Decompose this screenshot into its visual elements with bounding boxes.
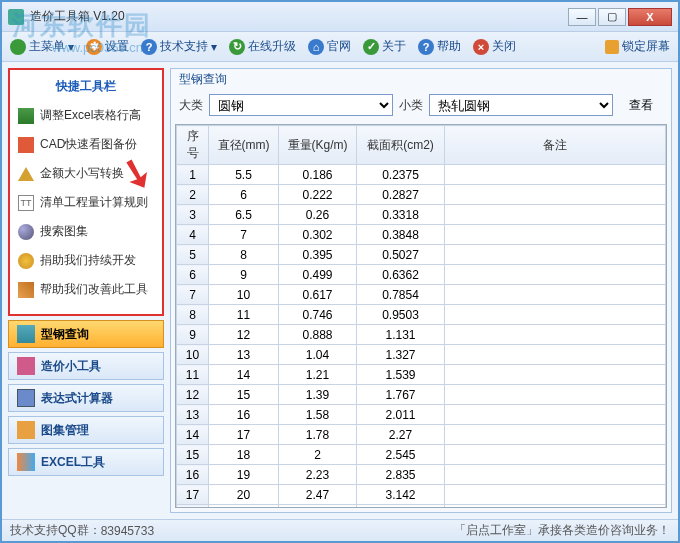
table-cell: 0.888 <box>279 325 357 345</box>
table-cell: 0.617 <box>279 285 357 305</box>
about-icon: ✓ <box>363 39 379 55</box>
table-cell: 2.27 <box>357 425 445 445</box>
table-row[interactable]: 10131.041.327 <box>177 345 666 365</box>
table-cell: 18 <box>177 505 209 509</box>
quick-item-feedback[interactable]: 帮助我们改善此工具 <box>14 275 158 304</box>
table-cell: 0.302 <box>279 225 357 245</box>
table-cell: 1.327 <box>357 345 445 365</box>
quick-item-quantity-rule[interactable]: TT清单工程量计算规则 <box>14 188 158 217</box>
table-row[interactable]: 8110.7460.9503 <box>177 305 666 325</box>
quick-item-excel-row-height[interactable]: 调整Excel表格行高 <box>14 101 158 130</box>
toolbar-help[interactable]: ?帮助 <box>418 38 461 55</box>
table-cell: 13 <box>177 405 209 425</box>
toolbar-update[interactable]: ↻在线升级 <box>229 38 296 55</box>
nav-excel-tools[interactable]: EXCEL工具 <box>8 448 164 476</box>
table-cell: 0.9503 <box>357 305 445 325</box>
table-cell <box>445 505 666 509</box>
column-header[interactable]: 序号 <box>177 126 209 165</box>
view-button[interactable]: 查看 <box>619 95 663 116</box>
table-cell: 1.04 <box>279 345 357 365</box>
table-cell: 7 <box>177 285 209 305</box>
table-cell: 5.5 <box>209 165 279 185</box>
table-row[interactable]: 36.50.260.3318 <box>177 205 666 225</box>
column-header[interactable]: 备注 <box>445 126 666 165</box>
table-cell: 10 <box>177 345 209 365</box>
quick-item-amount-convert[interactable]: 金额大小写转换 <box>14 159 158 188</box>
column-header[interactable]: 截面积(cm2) <box>357 126 445 165</box>
table-row[interactable]: 260.2220.2827 <box>177 185 666 205</box>
table-cell <box>445 185 666 205</box>
triangle-icon <box>18 167 34 181</box>
table-cell <box>445 485 666 505</box>
table-cell <box>445 445 666 465</box>
table-cell: 0.746 <box>279 305 357 325</box>
quick-item-search-atlas[interactable]: 搜索图集 <box>14 217 158 246</box>
table-row[interactable]: 12151.391.767 <box>177 385 666 405</box>
quick-item-donate[interactable]: 捐助我们持续开发 <box>14 246 158 275</box>
table-cell: 19 <box>209 465 279 485</box>
table-cell: 2.545 <box>357 445 445 465</box>
small-category-select[interactable]: 热轧圆钢 <box>429 94 613 116</box>
table-cell: 15 <box>177 445 209 465</box>
table-row[interactable]: 16192.232.835 <box>177 465 666 485</box>
table-cell: 2.47 <box>279 485 357 505</box>
table-row[interactable]: 151822.545 <box>177 445 666 465</box>
table-cell: 3 <box>177 205 209 225</box>
table-row[interactable]: 9120.8881.131 <box>177 325 666 345</box>
table-cell <box>445 285 666 305</box>
excel-icon <box>18 108 34 124</box>
table-row[interactable]: 14171.782.27 <box>177 425 666 445</box>
nav-expression-calc[interactable]: 表达式计算器 <box>8 384 164 412</box>
nav-cost-tools[interactable]: 造价小工具 <box>8 352 164 380</box>
quick-item-cad-backup[interactable]: CAD快速看图备份 <box>14 130 158 159</box>
table-row[interactable]: 7100.6170.7854 <box>177 285 666 305</box>
toolbar-settings[interactable]: ✱设置 <box>86 38 129 55</box>
table-cell: 11 <box>177 365 209 385</box>
toolbar-about[interactable]: ✓关于 <box>363 38 406 55</box>
table-cell: 6.5 <box>209 205 279 225</box>
table-cell: 1.58 <box>279 405 357 425</box>
medal-icon <box>18 253 34 269</box>
table-row[interactable]: 13161.582.011 <box>177 405 666 425</box>
status-qq-label: 技术支持QQ群： <box>10 522 101 539</box>
steel-table-container[interactable]: 序号直径(mm)重量(Kg/m)截面积(cm2)备注 15.50.1860.23… <box>175 124 667 508</box>
table-row[interactable]: 15.50.1860.2375 <box>177 165 666 185</box>
table-cell: 12 <box>177 385 209 405</box>
table-cell: 0.3848 <box>357 225 445 245</box>
table-row[interactable]: 580.3950.5027 <box>177 245 666 265</box>
column-header[interactable]: 重量(Kg/m) <box>279 126 357 165</box>
table-cell: 2 <box>279 445 357 465</box>
table-cell: 0.499 <box>279 265 357 285</box>
table-row[interactable]: 690.4990.6362 <box>177 265 666 285</box>
table-cell: 6 <box>209 185 279 205</box>
maximize-button[interactable]: ▢ <box>598 8 626 26</box>
toolbar-main-menu[interactable]: 主菜单▾ <box>10 38 74 55</box>
table-cell: 20 <box>209 485 279 505</box>
lock-icon <box>605 40 619 54</box>
close-button[interactable]: X <box>628 8 672 26</box>
table-row[interactable]: 18212.723.464 <box>177 505 666 509</box>
table-cell: 2.011 <box>357 405 445 425</box>
table-cell <box>445 225 666 245</box>
table-row[interactable]: 17202.473.142 <box>177 485 666 505</box>
table-row[interactable]: 11141.211.539 <box>177 365 666 385</box>
main-panel: 型钢查询 大类 圆钢 小类 热轧圆钢 查看 序号直径(mm)重量(Kg/m)截面… <box>170 68 672 513</box>
table-cell <box>445 345 666 365</box>
album-icon <box>17 421 35 439</box>
toolbar-close[interactable]: ×关闭 <box>473 38 516 55</box>
table-cell <box>445 365 666 385</box>
toolbar-support[interactable]: ?技术支持▾ <box>141 38 217 55</box>
tt-icon: TT <box>18 195 34 211</box>
nav-atlas-manage[interactable]: 图集管理 <box>8 416 164 444</box>
column-header[interactable]: 直径(mm) <box>209 126 279 165</box>
gear-icon: ✱ <box>86 39 102 55</box>
lock-screen[interactable]: 锁定屏幕 <box>605 38 670 55</box>
support-icon: ? <box>141 39 157 55</box>
toolbar-website[interactable]: ⌂官网 <box>308 38 351 55</box>
minimize-button[interactable]: — <box>568 8 596 26</box>
nav-steel-query[interactable]: 型钢查询 <box>8 320 164 348</box>
table-cell: 2.72 <box>279 505 357 509</box>
big-category-select[interactable]: 圆钢 <box>209 94 393 116</box>
status-right-text: 「启点工作室」承接各类造价咨询业务！ <box>454 522 670 539</box>
table-row[interactable]: 470.3020.3848 <box>177 225 666 245</box>
